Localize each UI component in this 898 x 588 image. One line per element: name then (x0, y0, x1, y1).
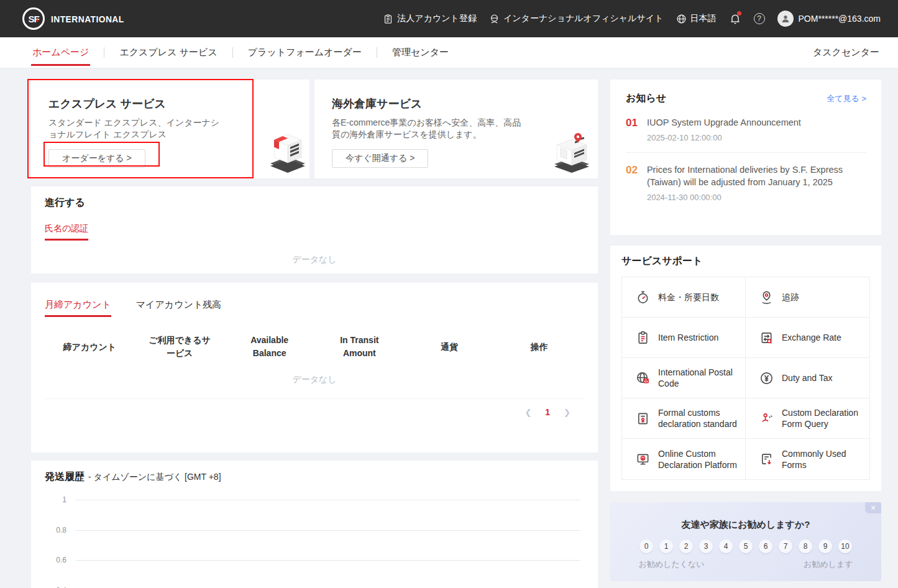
language-selector[interactable]: 日本語 (676, 13, 717, 24)
support-item-rates-leadtime[interactable]: 料金・所要日数 (622, 277, 746, 318)
score-button-1[interactable]: 1 (659, 540, 673, 553)
exchange-rate-icon (759, 331, 774, 345)
shipping-history-timezone-subtitle: - タイムゾーンに基づく [GMT +8] (88, 472, 221, 483)
pagination-next-icon[interactable]: ❯ (564, 408, 570, 417)
announcement-title-text[interactable]: IUOP System Upgrade Announcement (647, 116, 801, 129)
announcement-timestamp: 2024-11-30 00:00:00 (647, 193, 866, 202)
y-tick-1: 1 (45, 495, 75, 504)
survey-low-label: お勧めしたくない (639, 559, 705, 570)
monitor-upload-icon (636, 452, 650, 466)
sf-international-logo[interactable]: SF INTERNATIONAL (22, 7, 131, 30)
support-item-label: Custom Declaration Form Query (782, 407, 869, 430)
nav-item-express-service[interactable]: エクスプレス サービス (118, 37, 218, 68)
score-button-10[interactable]: 10 (838, 540, 852, 553)
chart-gridline-row: 1 (45, 495, 580, 504)
restriction-clipboard-icon (636, 331, 650, 345)
score-button-2[interactable]: 2 (679, 540, 693, 553)
top-header-bar: SF INTERNATIONAL 法人アカウント登録 インターナショナルオフィシ… (0, 0, 898, 37)
support-item-label: Commonly Used Forms (782, 448, 869, 471)
announcement-item[interactable]: 02 Prices for International deliveries b… (626, 163, 866, 202)
warehouse-service-card: 海外倉庫サービス 各E-commerce事業のお客様へ安全、高率、高品質の海外倉… (314, 80, 598, 178)
clipboard-register-icon (383, 14, 393, 24)
survey-close-button[interactable]: ✕ (865, 502, 881, 513)
score-button-8[interactable]: 8 (799, 540, 812, 553)
user-account-menu[interactable]: POM******@163.com (777, 11, 881, 27)
account-table-header: 締アカウント ご利用できるサービス Available Balance In T… (45, 333, 584, 361)
nav-divider (232, 47, 233, 58)
col-in-transit-amount: In Transit Amount (314, 333, 405, 361)
express-card-description: スタンダード エクスプレス、インターナショナルフレイト エクスプレス (48, 117, 224, 140)
score-button-5[interactable]: 5 (739, 540, 753, 553)
globe-icon (676, 14, 687, 24)
nav-express-label: エクスプレス サービス (119, 47, 217, 58)
service-support-grid: 料金・所要日数 追跡 Item Restriction (621, 277, 870, 480)
tab-my-account-balance[interactable]: マイアカウント残高 (136, 299, 221, 317)
task-center-link[interactable]: タスクセンター (813, 37, 879, 68)
announcement-number: 01 (626, 117, 638, 142)
support-item-label: Duty and Tax (782, 372, 837, 384)
nav-item-admin-center[interactable]: 管理センター (391, 37, 450, 68)
no-data-text: データなし (45, 374, 584, 385)
gridline (75, 530, 580, 531)
tab-name-verification[interactable]: 氏名の認証 (45, 223, 88, 241)
in-progress-title: 進行する (45, 196, 584, 209)
corporate-account-register-link[interactable]: 法人アカウント登録 (383, 13, 477, 24)
col-available-services: ご利用できるサービス (135, 333, 225, 361)
sf-logo-red-dot (36, 19, 39, 22)
nav-platform-label: プラットフォームオーダー (248, 47, 362, 58)
score-button-6[interactable]: 6 (759, 540, 772, 553)
nps-survey-panel: ✕ 友達や家族にお勧めしますか? 0 1 2 3 4 5 6 7 8 9 10 … (610, 502, 881, 581)
tab-monthly-account[interactable]: 月締アカウント (45, 299, 111, 317)
score-button-7[interactable]: 7 (779, 540, 792, 553)
support-item-duty-and-tax[interactable]: Duty and Tax (746, 358, 869, 398)
no-data-text: データなし (45, 254, 584, 265)
support-item-tracking[interactable]: 追跡 (746, 277, 869, 318)
pagination-prev-icon[interactable]: ❮ (525, 408, 531, 417)
support-item-formal-customs-declaration[interactable]: Formal customs declaration standard (622, 398, 746, 439)
announcement-title-text[interactable]: Prices for International deliveries by S… (647, 163, 866, 188)
task-center-label: タスクセンター (813, 47, 879, 58)
support-item-online-custom-declaration-platform[interactable]: Online Custom Declaration Platform (622, 439, 746, 479)
globe-hand-icon (489, 14, 500, 24)
support-item-label: Exchange Rate (782, 332, 846, 343)
overseas-warehouse-icon (552, 129, 592, 174)
announcement-number: 02 (626, 164, 638, 202)
activate-now-button[interactable]: 今すぐ開通する > (332, 149, 428, 168)
support-item-item-restriction[interactable]: Item Restriction (622, 318, 746, 358)
help-button[interactable]: ? (754, 13, 765, 24)
support-item-custom-declaration-form-query[interactable]: Custom Declaration Form Query (746, 398, 869, 439)
brand-name-text: INTERNATIONAL (51, 14, 124, 24)
sf-logo-icon: SF (22, 7, 45, 30)
yen-circle-icon (759, 371, 774, 385)
chart-gridline-row: 0.6 (45, 556, 580, 564)
chart-gridline-row: 0.8 (45, 526, 580, 535)
order-now-button[interactable]: オーダーをする > (48, 149, 145, 168)
service-cards-row: エクスプレス サービス スタンダード エクスプレス、インターナショナルフレイト … (31, 80, 598, 178)
nav-divider (104, 47, 104, 58)
score-button-0[interactable]: 0 (639, 540, 653, 553)
table-divider (45, 398, 584, 399)
view-all-link[interactable]: 全て見る > (827, 93, 866, 104)
nav-item-platform-order[interactable]: プラットフォームオーダー (247, 37, 363, 68)
score-button-3[interactable]: 3 (699, 540, 713, 553)
notifications-bell-button[interactable] (729, 12, 741, 25)
support-item-international-postal-code[interactable]: International Postal Code (622, 358, 746, 398)
col-settlement-account: 締アカウント (45, 333, 135, 361)
announcement-item[interactable]: 01 IUOP System Upgrade Announcement 2025… (626, 116, 866, 142)
pagination-page-1[interactable]: 1 (545, 407, 550, 417)
user-avatar-icon (777, 11, 794, 27)
main-navigation: ホームページ エクスプレス サービス プラットフォームオーダー 管理センター タ… (0, 37, 898, 68)
score-button-4[interactable]: 4 (719, 540, 733, 553)
globe-postal-icon (636, 371, 650, 385)
support-item-label: Online Custom Declaration Platform (658, 448, 745, 471)
score-button-9[interactable]: 9 (818, 540, 832, 553)
support-item-label: 料金・所要日数 (658, 292, 724, 303)
col-actions: 操作 (494, 333, 584, 361)
nav-item-home[interactable]: ホームページ (31, 37, 90, 68)
support-item-exchange-rate[interactable]: Exchange Rate (746, 318, 869, 358)
official-site-link[interactable]: インターナショナルオフィシャルサイト (489, 13, 664, 24)
support-item-commonly-used-forms[interactable]: Commonly Used Forms (746, 439, 869, 479)
divider (626, 152, 866, 153)
service-support-section: サービスサポート 料金・所要日数 追跡 (610, 246, 881, 491)
language-label: 日本語 (690, 13, 717, 24)
